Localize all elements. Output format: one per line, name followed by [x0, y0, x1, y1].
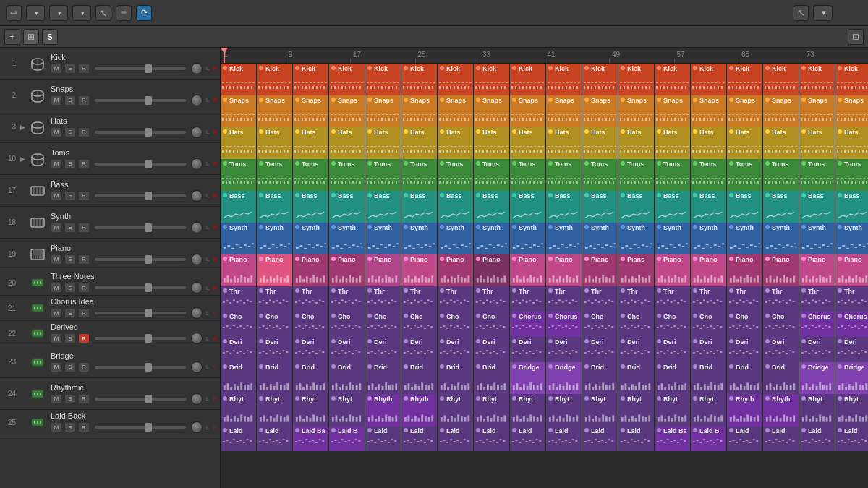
- mute-btn-18[interactable]: M: [51, 223, 62, 233]
- cell-19-8[interactable]: Piano: [510, 254, 546, 286]
- cell-24-14[interactable]: Rhyth: [727, 394, 763, 426]
- cell-24-11[interactable]: Rhyt: [618, 394, 655, 426]
- cell-17-0[interactable]: Bass: [221, 191, 257, 223]
- cell-10-10[interactable]: Toms: [582, 159, 618, 191]
- fader-3[interactable]: [95, 131, 186, 134]
- cell-21-11[interactable]: Cho: [618, 312, 655, 337]
- rec-btn-21[interactable]: R: [78, 308, 90, 318]
- cell-2-5[interactable]: Snaps: [401, 95, 438, 127]
- cell-2-2[interactable]: Snaps: [293, 95, 329, 127]
- cell-2-9[interactable]: Snaps: [546, 95, 582, 127]
- cell-24-9[interactable]: Rhyt: [546, 394, 582, 426]
- cell-25-3[interactable]: Laid B: [329, 426, 365, 451]
- cell-24-3[interactable]: Rhyt: [329, 394, 365, 426]
- cell-21-9[interactable]: Chorus: [546, 312, 582, 337]
- cell-23-15[interactable]: Brid: [763, 362, 799, 394]
- fader-25[interactable]: [95, 426, 186, 429]
- cell-21-14[interactable]: Cho: [727, 312, 763, 337]
- mode-selector[interactable]: ▾: [813, 5, 833, 21]
- mute-btn-17[interactable]: M: [51, 191, 62, 201]
- cell-3-5[interactable]: Hats: [401, 127, 438, 159]
- view-menu[interactable]: ▾: [72, 5, 91, 21]
- pan-knob-25[interactable]: [191, 421, 203, 433]
- cell-19-3[interactable]: Piano: [329, 254, 365, 286]
- cell-25-7[interactable]: Laid: [474, 426, 510, 451]
- cell-1-2[interactable]: Kick: [293, 64, 329, 95]
- cell-1-16[interactable]: Kick: [799, 64, 835, 95]
- cell-10-15[interactable]: Toms: [763, 159, 799, 191]
- rec-btn-18[interactable]: R: [78, 223, 90, 233]
- cell-3-0[interactable]: Hats: [221, 127, 257, 159]
- cell-21-17[interactable]: Chorus: [835, 312, 868, 337]
- cell-25-0[interactable]: Laid: [221, 426, 257, 451]
- cell-20-13[interactable]: Thr: [691, 286, 727, 312]
- mute-btn-22[interactable]: M: [51, 333, 62, 343]
- cell-2-16[interactable]: Snaps: [799, 95, 835, 127]
- cell-24-0[interactable]: Rhyt: [221, 394, 257, 426]
- cell-3-16[interactable]: Hats: [799, 127, 835, 159]
- cell-17-1[interactable]: Bass: [257, 191, 293, 223]
- cycle-btn[interactable]: ⊡: [848, 29, 864, 45]
- cell-20-7[interactable]: Thr: [474, 286, 510, 312]
- transport-rewind[interactable]: ↩: [6, 5, 22, 21]
- cell-21-13[interactable]: Cho: [691, 312, 727, 337]
- cell-23-16[interactable]: Bridge: [799, 362, 835, 394]
- cell-23-3[interactable]: Brid: [329, 362, 365, 394]
- cell-20-5[interactable]: Thr: [401, 286, 438, 312]
- cell-3-13[interactable]: Hats: [691, 127, 727, 159]
- cell-24-16[interactable]: Rhyt: [799, 394, 835, 426]
- cell-18-8[interactable]: Synth: [510, 223, 546, 254]
- cell-21-2[interactable]: Cho: [293, 312, 329, 337]
- cell-2-11[interactable]: Snaps: [618, 95, 655, 127]
- cell-21-6[interactable]: Cho: [438, 312, 474, 337]
- cell-24-17[interactable]: Rhyt: [835, 394, 868, 426]
- solo-btn-20[interactable]: S: [64, 283, 76, 293]
- cell-19-16[interactable]: Piano: [799, 254, 835, 286]
- solo-btn-1[interactable]: S: [64, 64, 76, 74]
- fader-23[interactable]: [95, 366, 186, 369]
- rec-btn-2[interactable]: R: [78, 95, 90, 106]
- cell-18-7[interactable]: Synth: [474, 223, 510, 254]
- pan-knob-18[interactable]: [191, 222, 203, 234]
- cell-22-3[interactable]: Deri: [329, 337, 365, 362]
- cell-24-1[interactable]: Rhyt: [257, 394, 293, 426]
- cell-20-3[interactable]: Thr: [329, 286, 365, 312]
- cell-3-6[interactable]: Hats: [438, 127, 474, 159]
- cell-24-5[interactable]: Rhyth: [401, 394, 438, 426]
- cell-25-9[interactable]: Laid: [546, 426, 582, 451]
- solo-btn-10[interactable]: S: [64, 159, 76, 169]
- cell-25-11[interactable]: Laid: [618, 426, 655, 451]
- fader-10[interactable]: [95, 163, 186, 166]
- cell-18-5[interactable]: Synth: [401, 223, 438, 254]
- solo-btn-24[interactable]: S: [64, 394, 76, 404]
- pan-knob-22[interactable]: [191, 333, 203, 344]
- cell-17-13[interactable]: Bass: [691, 191, 727, 223]
- rec-btn-10[interactable]: R: [78, 159, 90, 169]
- cell-21-5[interactable]: Cho: [401, 312, 438, 337]
- add-track-btn[interactable]: +: [4, 29, 20, 45]
- cell-3-8[interactable]: Hats: [510, 127, 546, 159]
- cell-17-11[interactable]: Bass: [618, 191, 655, 223]
- cell-17-7[interactable]: Bass: [474, 191, 510, 223]
- cell-10-14[interactable]: Toms: [727, 159, 763, 191]
- rec-btn-19[interactable]: R: [78, 254, 90, 265]
- cell-19-4[interactable]: Piano: [365, 254, 401, 286]
- cell-20-10[interactable]: Thr: [582, 286, 618, 312]
- cell-3-14[interactable]: Hats: [727, 127, 763, 159]
- solo-btn-21[interactable]: S: [64, 308, 76, 318]
- cell-3-2[interactable]: Hats: [293, 127, 329, 159]
- cell-25-15[interactable]: Laid: [763, 426, 799, 451]
- cell-2-6[interactable]: Snaps: [438, 95, 474, 127]
- cell-20-16[interactable]: Thr: [799, 286, 835, 312]
- tool-loop[interactable]: ⟳: [136, 5, 152, 21]
- cell-25-17[interactable]: Laid: [835, 426, 868, 451]
- pan-knob-3[interactable]: [191, 127, 203, 138]
- cell-3-12[interactable]: Hats: [655, 127, 691, 159]
- cell-17-14[interactable]: Bass: [727, 191, 763, 223]
- cell-3-1[interactable]: Hats: [257, 127, 293, 159]
- mute-btn-25[interactable]: M: [51, 422, 62, 432]
- cell-1-17[interactable]: Kick: [835, 64, 868, 95]
- fader-24[interactable]: [95, 398, 186, 401]
- cell-2-3[interactable]: Snaps: [329, 95, 365, 127]
- solo-btn-22[interactable]: S: [64, 333, 76, 343]
